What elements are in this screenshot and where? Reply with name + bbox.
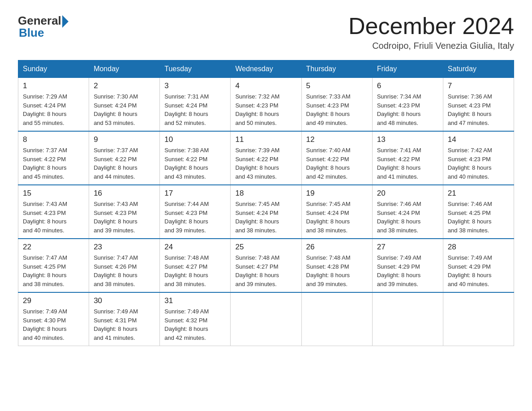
calendar-cell: 19Sunrise: 7:45 AMSunset: 4:24 PMDayligh… [301, 185, 372, 239]
day-number: 13 [377, 135, 438, 144]
calendar-cell: 27Sunrise: 7:49 AMSunset: 4:29 PMDayligh… [372, 239, 443, 292]
calendar-cell: 10Sunrise: 7:38 AMSunset: 4:22 PMDayligh… [160, 131, 231, 185]
day-number: 12 [306, 135, 368, 144]
day-number: 15 [23, 189, 84, 198]
day-info: Sunrise: 7:41 AMSunset: 4:22 PMDaylight:… [377, 146, 438, 181]
calendar-header-row: SundayMondayTuesdayWednesdayThursdayFrid… [18, 60, 514, 78]
day-number: 5 [306, 81, 368, 90]
calendar-week-row: 29Sunrise: 7:49 AMSunset: 4:30 PMDayligh… [18, 292, 514, 346]
day-info: Sunrise: 7:40 AMSunset: 4:22 PMDaylight:… [306, 146, 368, 181]
day-number: 28 [448, 243, 509, 252]
day-number: 8 [23, 135, 84, 144]
calendar-cell: 16Sunrise: 7:43 AMSunset: 4:23 PMDayligh… [89, 185, 160, 239]
day-info: Sunrise: 7:43 AMSunset: 4:23 PMDaylight:… [94, 200, 155, 235]
calendar-header-thursday: Thursday [301, 60, 372, 78]
day-info: Sunrise: 7:29 AMSunset: 4:24 PMDaylight:… [23, 92, 84, 127]
day-info: Sunrise: 7:44 AMSunset: 4:23 PMDaylight:… [164, 200, 226, 235]
day-info: Sunrise: 7:42 AMSunset: 4:23 PMDaylight:… [448, 146, 509, 181]
day-info: Sunrise: 7:34 AMSunset: 4:23 PMDaylight:… [377, 92, 438, 127]
day-number: 10 [164, 135, 226, 144]
calendar-cell: 21Sunrise: 7:46 AMSunset: 4:25 PMDayligh… [443, 185, 514, 239]
day-number: 17 [164, 189, 226, 198]
day-number: 20 [377, 189, 438, 198]
day-info: Sunrise: 7:48 AMSunset: 4:27 PMDaylight:… [235, 253, 296, 288]
day-number: 1 [23, 81, 84, 90]
day-info: Sunrise: 7:37 AMSunset: 4:22 PMDaylight:… [23, 146, 84, 181]
day-info: Sunrise: 7:47 AMSunset: 4:26 PMDaylight:… [94, 253, 155, 288]
day-info: Sunrise: 7:36 AMSunset: 4:23 PMDaylight:… [448, 92, 509, 127]
day-info: Sunrise: 7:49 AMSunset: 4:31 PMDaylight:… [94, 307, 155, 342]
calendar-header-tuesday: Tuesday [160, 60, 231, 78]
day-number: 18 [235, 189, 296, 198]
logo-blue-text: Blue [19, 26, 44, 40]
day-number: 25 [235, 243, 296, 252]
calendar-cell [301, 292, 372, 346]
day-number: 6 [377, 81, 438, 90]
calendar-cell: 13Sunrise: 7:41 AMSunset: 4:22 PMDayligh… [372, 131, 443, 185]
calendar-header-sunday: Sunday [18, 60, 89, 78]
day-info: Sunrise: 7:33 AMSunset: 4:23 PMDaylight:… [306, 92, 368, 127]
calendar-cell: 24Sunrise: 7:48 AMSunset: 4:27 PMDayligh… [160, 239, 231, 292]
day-number: 4 [235, 81, 296, 90]
day-number: 3 [164, 81, 226, 90]
calendar-cell: 15Sunrise: 7:43 AMSunset: 4:23 PMDayligh… [18, 185, 89, 239]
day-number: 24 [164, 243, 226, 252]
day-number: 2 [94, 81, 155, 90]
calendar-cell: 25Sunrise: 7:48 AMSunset: 4:27 PMDayligh… [231, 239, 301, 292]
day-info: Sunrise: 7:43 AMSunset: 4:23 PMDaylight:… [23, 200, 84, 235]
day-number: 31 [164, 296, 226, 305]
calendar-cell: 23Sunrise: 7:47 AMSunset: 4:26 PMDayligh… [89, 239, 160, 292]
calendar-cell: 8Sunrise: 7:37 AMSunset: 4:22 PMDaylight… [18, 131, 89, 185]
day-info: Sunrise: 7:46 AMSunset: 4:24 PMDaylight:… [377, 200, 438, 235]
calendar-header-saturday: Saturday [443, 60, 514, 78]
calendar-cell [443, 292, 514, 346]
calendar-cell: 17Sunrise: 7:44 AMSunset: 4:23 PMDayligh… [160, 185, 231, 239]
day-number: 23 [94, 243, 155, 252]
day-number: 11 [235, 135, 296, 144]
title-block: December 2024 Codroipo, Friuli Venezia G… [348, 13, 514, 51]
day-info: Sunrise: 7:49 AMSunset: 4:32 PMDaylight:… [164, 307, 226, 342]
calendar-header-wednesday: Wednesday [231, 60, 301, 78]
calendar-cell: 6Sunrise: 7:34 AMSunset: 4:23 PMDaylight… [372, 78, 443, 132]
calendar-cell: 7Sunrise: 7:36 AMSunset: 4:23 PMDaylight… [443, 78, 514, 132]
day-number: 7 [448, 81, 509, 90]
calendar-week-row: 22Sunrise: 7:47 AMSunset: 4:25 PMDayligh… [18, 239, 514, 292]
day-info: Sunrise: 7:31 AMSunset: 4:24 PMDaylight:… [164, 92, 226, 127]
day-info: Sunrise: 7:45 AMSunset: 4:24 PMDaylight:… [306, 200, 368, 235]
day-info: Sunrise: 7:45 AMSunset: 4:24 PMDaylight:… [235, 200, 296, 235]
day-number: 19 [306, 189, 368, 198]
calendar-cell: 26Sunrise: 7:48 AMSunset: 4:28 PMDayligh… [301, 239, 372, 292]
calendar-cell: 31Sunrise: 7:49 AMSunset: 4:32 PMDayligh… [160, 292, 231, 346]
logo: General Blue [18, 13, 69, 40]
day-info: Sunrise: 7:47 AMSunset: 4:25 PMDaylight:… [23, 253, 84, 288]
calendar-cell: 22Sunrise: 7:47 AMSunset: 4:25 PMDayligh… [18, 239, 89, 292]
day-number: 14 [448, 135, 509, 144]
calendar-week-row: 15Sunrise: 7:43 AMSunset: 4:23 PMDayligh… [18, 185, 514, 239]
day-info: Sunrise: 7:48 AMSunset: 4:27 PMDaylight:… [164, 253, 226, 288]
day-info: Sunrise: 7:38 AMSunset: 4:22 PMDaylight:… [164, 146, 226, 181]
calendar-cell: 29Sunrise: 7:49 AMSunset: 4:30 PMDayligh… [18, 292, 89, 346]
calendar-cell: 11Sunrise: 7:39 AMSunset: 4:22 PMDayligh… [231, 131, 301, 185]
calendar-cell: 20Sunrise: 7:46 AMSunset: 4:24 PMDayligh… [372, 185, 443, 239]
calendar-cell: 18Sunrise: 7:45 AMSunset: 4:24 PMDayligh… [231, 185, 301, 239]
calendar-cell: 4Sunrise: 7:32 AMSunset: 4:23 PMDaylight… [231, 78, 301, 132]
calendar-table: SundayMondayTuesdayWednesdayThursdayFrid… [18, 60, 514, 346]
calendar-header-monday: Monday [89, 60, 160, 78]
calendar-cell: 14Sunrise: 7:42 AMSunset: 4:23 PMDayligh… [443, 131, 514, 185]
day-number: 22 [23, 243, 84, 252]
calendar-cell: 9Sunrise: 7:37 AMSunset: 4:22 PMDaylight… [89, 131, 160, 185]
day-info: Sunrise: 7:49 AMSunset: 4:30 PMDaylight:… [23, 307, 84, 342]
calendar-cell: 1Sunrise: 7:29 AMSunset: 4:24 PMDaylight… [18, 78, 89, 132]
calendar-cell: 28Sunrise: 7:49 AMSunset: 4:29 PMDayligh… [443, 239, 514, 292]
day-info: Sunrise: 7:46 AMSunset: 4:25 PMDaylight:… [448, 200, 509, 235]
day-info: Sunrise: 7:32 AMSunset: 4:23 PMDaylight:… [235, 92, 296, 127]
calendar-cell: 30Sunrise: 7:49 AMSunset: 4:31 PMDayligh… [89, 292, 160, 346]
day-number: 26 [306, 243, 368, 252]
logo-general-text: General [18, 14, 61, 28]
page-header: General Blue December 2024 Codroipo, Fri… [18, 13, 514, 51]
calendar-header-friday: Friday [372, 60, 443, 78]
day-number: 27 [377, 243, 438, 252]
day-number: 16 [94, 189, 155, 198]
calendar-cell: 12Sunrise: 7:40 AMSunset: 4:22 PMDayligh… [301, 131, 372, 185]
day-info: Sunrise: 7:30 AMSunset: 4:24 PMDaylight:… [94, 92, 155, 127]
